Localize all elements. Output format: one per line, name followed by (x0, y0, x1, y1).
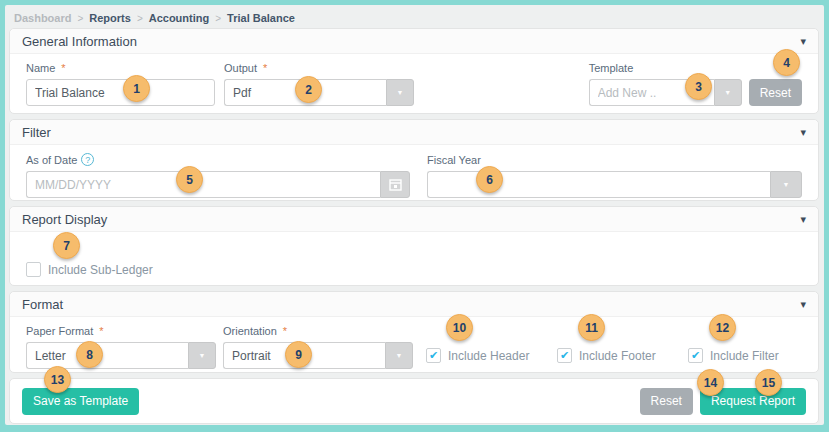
paper-format-select-value[interactable]: Letter (26, 342, 188, 369)
include-filter-checkbox[interactable]: ✔ Include Filter (688, 348, 779, 369)
checkbox-label: Include Footer (579, 349, 656, 363)
breadcrumb-separator: > (137, 13, 143, 24)
annotation-marker-11: 11 (578, 314, 605, 341)
annotation-marker-15: 15 (755, 369, 782, 396)
checkbox-label: Include Filter (710, 349, 779, 363)
chevron-down-icon[interactable]: ▾ (800, 127, 806, 138)
chevron-down-icon[interactable]: ▾ (800, 36, 806, 47)
section-title: Format (22, 297, 63, 312)
checkbox-box[interactable]: ✔ (557, 348, 572, 363)
breadcrumb-accounting[interactable]: Accounting (149, 12, 210, 24)
general-information-card: General Information ▾ Name* Output* (9, 28, 819, 114)
as-of-date-field[interactable] (26, 171, 410, 198)
filter-card: Filter ▾ As of Date ? (9, 119, 819, 201)
filter-header[interactable]: Filter ▾ (10, 120, 818, 145)
general-information-header[interactable]: General Information ▾ (10, 29, 818, 54)
checkbox-box[interactable]: ✔ (426, 348, 441, 363)
annotation-marker-8: 8 (76, 341, 103, 368)
annotation-marker-7: 7 (53, 232, 80, 259)
dropdown-button[interactable]: ▼ (385, 342, 413, 369)
annotation-marker-10: 10 (446, 314, 473, 341)
report-display-header[interactable]: Report Display ▾ (10, 207, 818, 232)
page-background: Dashboard > Reports > Accounting > Trial… (5, 5, 824, 425)
annotation-marker-13: 13 (44, 366, 71, 393)
section-title: Filter (22, 125, 51, 140)
breadcrumb: Dashboard > Reports > Accounting > Trial… (14, 8, 295, 28)
checkbox-label: Include Header (448, 349, 529, 363)
dropdown-button[interactable]: ▼ (770, 171, 802, 198)
include-footer-checkbox[interactable]: ✔ Include Footer (557, 348, 688, 369)
include-sub-ledger-checkbox[interactable]: Include Sub-Ledger (26, 262, 802, 277)
annotation-marker-1: 1 (123, 75, 150, 102)
section-title: Report Display (22, 212, 107, 227)
dropdown-arrow-icon: ▼ (199, 352, 206, 359)
chevron-down-icon[interactable]: ▾ (800, 299, 806, 310)
chevron-down-icon[interactable]: ▾ (800, 214, 806, 225)
breadcrumb-separator: > (215, 13, 221, 24)
annotation-marker-5: 5 (176, 166, 203, 193)
name-label: Name* (26, 62, 215, 74)
report-display-card: Report Display ▾ Include Sub-Ledger (9, 206, 819, 286)
output-label: Output* (224, 62, 414, 74)
checkbox-label: Include Sub-Ledger (48, 263, 153, 277)
annotation-marker-14: 14 (697, 369, 724, 396)
required-asterisk: * (99, 325, 103, 337)
orientation-select[interactable]: Portrait ▼ (223, 342, 413, 369)
required-asterisk: * (263, 62, 267, 74)
check-icon: ✔ (429, 350, 438, 361)
annotation-marker-6: 6 (476, 166, 503, 193)
checkbox-box[interactable] (26, 262, 41, 277)
include-header-checkbox[interactable]: ✔ Include Header (426, 348, 557, 369)
calendar-button[interactable] (380, 171, 410, 198)
reset-button[interactable]: Reset (640, 388, 693, 415)
check-icon: ✔ (560, 350, 569, 361)
calendar-icon (389, 178, 402, 191)
section-title: General Information (22, 34, 137, 49)
annotation-marker-4: 4 (773, 49, 800, 76)
dropdown-arrow-icon: ▼ (783, 181, 790, 188)
annotation-marker-2: 2 (295, 76, 322, 103)
breadcrumb-reports[interactable]: Reports (89, 12, 131, 24)
required-asterisk: * (61, 62, 65, 74)
required-asterisk: * (283, 325, 287, 337)
as-of-date-label: As of Date ? (26, 153, 410, 166)
dropdown-arrow-icon: ▼ (724, 89, 731, 96)
dropdown-button[interactable]: ▼ (188, 342, 216, 369)
breadcrumb-separator: > (77, 13, 83, 24)
format-card: Format ▾ Paper Format* Letter ▼ (9, 291, 819, 373)
fiscal-year-label: Fiscal Year (427, 154, 802, 166)
save-as-template-button[interactable]: Save as Template (22, 388, 139, 415)
paper-format-label: Paper Format* (26, 325, 216, 337)
orientation-label: Orientation* (223, 325, 413, 337)
as-of-date-input[interactable] (26, 171, 380, 198)
check-icon: ✔ (691, 350, 700, 361)
format-header[interactable]: Format ▾ (10, 292, 818, 317)
dropdown-button[interactable]: ▼ (386, 79, 414, 106)
checkbox-box[interactable]: ✔ (688, 348, 703, 363)
app-frame: Dashboard > Reports > Accounting > Trial… (0, 0, 829, 432)
name-input[interactable] (26, 79, 215, 106)
help-icon[interactable]: ? (81, 153, 94, 166)
breadcrumb-dashboard[interactable]: Dashboard (14, 12, 71, 24)
template-reset-button[interactable]: Reset (749, 79, 802, 106)
dropdown-button[interactable]: ▼ (714, 79, 742, 106)
annotation-marker-9: 9 (285, 341, 312, 368)
dropdown-arrow-icon: ▼ (397, 89, 404, 96)
annotation-marker-12: 12 (709, 314, 736, 341)
template-select[interactable]: ▼ (589, 79, 742, 106)
paper-format-select[interactable]: Letter ▼ (26, 342, 216, 369)
dropdown-arrow-icon: ▼ (396, 352, 403, 359)
template-label: Template (589, 62, 742, 74)
breadcrumb-trial-balance: Trial Balance (227, 12, 295, 24)
annotation-marker-3: 3 (685, 73, 712, 100)
